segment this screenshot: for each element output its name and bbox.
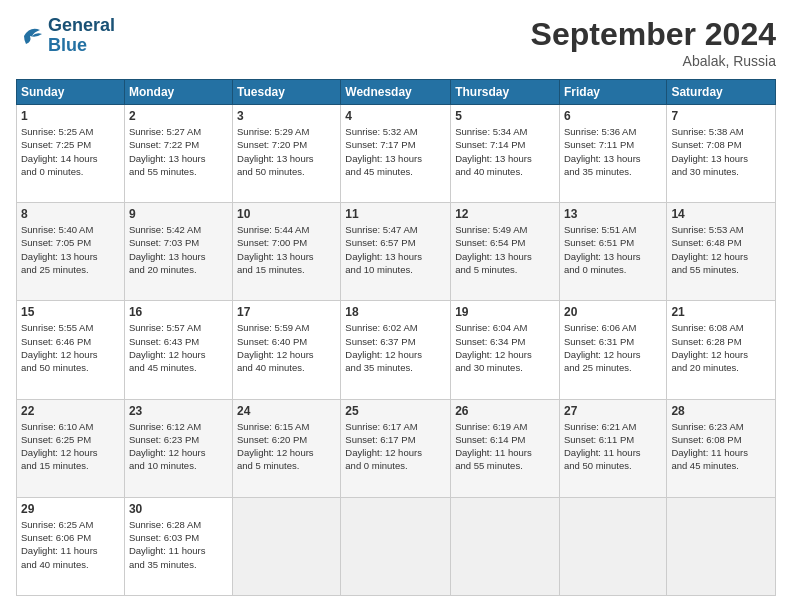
day-number: 22 [21, 404, 120, 418]
day-info: Sunrise: 5:36 AM Sunset: 7:11 PM Dayligh… [564, 125, 662, 178]
day-number: 26 [455, 404, 555, 418]
day-info: Sunrise: 6:21 AM Sunset: 6:11 PM Dayligh… [564, 420, 662, 473]
table-row: 15Sunrise: 5:55 AM Sunset: 6:46 PM Dayli… [17, 301, 125, 399]
day-info: Sunrise: 6:17 AM Sunset: 6:17 PM Dayligh… [345, 420, 446, 473]
calendar-week-row: 29Sunrise: 6:25 AM Sunset: 6:06 PM Dayli… [17, 497, 776, 595]
day-number: 14 [671, 207, 771, 221]
day-info: Sunrise: 6:12 AM Sunset: 6:23 PM Dayligh… [129, 420, 228, 473]
table-row: 20Sunrise: 6:06 AM Sunset: 6:31 PM Dayli… [559, 301, 666, 399]
day-info: Sunrise: 5:25 AM Sunset: 7:25 PM Dayligh… [21, 125, 120, 178]
calendar-week-row: 15Sunrise: 5:55 AM Sunset: 6:46 PM Dayli… [17, 301, 776, 399]
header: General Blue September 2024 Abalak, Russ… [16, 16, 776, 69]
day-info: Sunrise: 5:29 AM Sunset: 7:20 PM Dayligh… [237, 125, 336, 178]
day-number: 11 [345, 207, 446, 221]
location: Abalak, Russia [531, 53, 776, 69]
day-info: Sunrise: 5:51 AM Sunset: 6:51 PM Dayligh… [564, 223, 662, 276]
table-row: 12Sunrise: 5:49 AM Sunset: 6:54 PM Dayli… [451, 203, 560, 301]
table-row [559, 497, 666, 595]
logo-text: General Blue [48, 16, 115, 56]
day-number: 28 [671, 404, 771, 418]
header-monday: Monday [124, 80, 232, 105]
day-info: Sunrise: 5:38 AM Sunset: 7:08 PM Dayligh… [671, 125, 771, 178]
day-number: 17 [237, 305, 336, 319]
table-row: 23Sunrise: 6:12 AM Sunset: 6:23 PM Dayli… [124, 399, 232, 497]
header-sunday: Sunday [17, 80, 125, 105]
day-number: 10 [237, 207, 336, 221]
calendar-week-row: 1Sunrise: 5:25 AM Sunset: 7:25 PM Daylig… [17, 105, 776, 203]
day-info: Sunrise: 6:25 AM Sunset: 6:06 PM Dayligh… [21, 518, 120, 571]
day-number: 13 [564, 207, 662, 221]
weekday-header-row: Sunday Monday Tuesday Wednesday Thursday… [17, 80, 776, 105]
day-number: 2 [129, 109, 228, 123]
table-row: 17Sunrise: 5:59 AM Sunset: 6:40 PM Dayli… [233, 301, 341, 399]
day-info: Sunrise: 5:55 AM Sunset: 6:46 PM Dayligh… [21, 321, 120, 374]
day-info: Sunrise: 6:15 AM Sunset: 6:20 PM Dayligh… [237, 420, 336, 473]
header-wednesday: Wednesday [341, 80, 451, 105]
calendar-table: Sunday Monday Tuesday Wednesday Thursday… [16, 79, 776, 596]
day-number: 29 [21, 502, 120, 516]
day-number: 12 [455, 207, 555, 221]
month-title: September 2024 [531, 16, 776, 53]
day-number: 18 [345, 305, 446, 319]
day-number: 23 [129, 404, 228, 418]
table-row [233, 497, 341, 595]
table-row [451, 497, 560, 595]
table-row: 25Sunrise: 6:17 AM Sunset: 6:17 PM Dayli… [341, 399, 451, 497]
table-row: 11Sunrise: 5:47 AM Sunset: 6:57 PM Dayli… [341, 203, 451, 301]
table-row: 24Sunrise: 6:15 AM Sunset: 6:20 PM Dayli… [233, 399, 341, 497]
table-row: 9Sunrise: 5:42 AM Sunset: 7:03 PM Daylig… [124, 203, 232, 301]
table-row: 18Sunrise: 6:02 AM Sunset: 6:37 PM Dayli… [341, 301, 451, 399]
day-info: Sunrise: 6:08 AM Sunset: 6:28 PM Dayligh… [671, 321, 771, 374]
table-row: 16Sunrise: 5:57 AM Sunset: 6:43 PM Dayli… [124, 301, 232, 399]
day-info: Sunrise: 6:28 AM Sunset: 6:03 PM Dayligh… [129, 518, 228, 571]
table-row [341, 497, 451, 595]
day-info: Sunrise: 6:04 AM Sunset: 6:34 PM Dayligh… [455, 321, 555, 374]
day-number: 1 [21, 109, 120, 123]
day-info: Sunrise: 5:53 AM Sunset: 6:48 PM Dayligh… [671, 223, 771, 276]
day-info: Sunrise: 5:42 AM Sunset: 7:03 PM Dayligh… [129, 223, 228, 276]
table-row: 22Sunrise: 6:10 AM Sunset: 6:25 PM Dayli… [17, 399, 125, 497]
day-number: 7 [671, 109, 771, 123]
day-info: Sunrise: 5:57 AM Sunset: 6:43 PM Dayligh… [129, 321, 228, 374]
table-row: 4Sunrise: 5:32 AM Sunset: 7:17 PM Daylig… [341, 105, 451, 203]
day-number: 25 [345, 404, 446, 418]
day-number: 6 [564, 109, 662, 123]
table-row: 30Sunrise: 6:28 AM Sunset: 6:03 PM Dayli… [124, 497, 232, 595]
calendar-page: General Blue September 2024 Abalak, Russ… [0, 0, 792, 612]
table-row [667, 497, 776, 595]
table-row: 27Sunrise: 6:21 AM Sunset: 6:11 PM Dayli… [559, 399, 666, 497]
table-row: 19Sunrise: 6:04 AM Sunset: 6:34 PM Dayli… [451, 301, 560, 399]
day-info: Sunrise: 6:06 AM Sunset: 6:31 PM Dayligh… [564, 321, 662, 374]
day-number: 30 [129, 502, 228, 516]
table-row: 6Sunrise: 5:36 AM Sunset: 7:11 PM Daylig… [559, 105, 666, 203]
day-number: 20 [564, 305, 662, 319]
day-number: 19 [455, 305, 555, 319]
table-row: 21Sunrise: 6:08 AM Sunset: 6:28 PM Dayli… [667, 301, 776, 399]
day-number: 24 [237, 404, 336, 418]
day-number: 15 [21, 305, 120, 319]
table-row: 7Sunrise: 5:38 AM Sunset: 7:08 PM Daylig… [667, 105, 776, 203]
day-info: Sunrise: 6:02 AM Sunset: 6:37 PM Dayligh… [345, 321, 446, 374]
title-block: September 2024 Abalak, Russia [531, 16, 776, 69]
header-saturday: Saturday [667, 80, 776, 105]
table-row: 13Sunrise: 5:51 AM Sunset: 6:51 PM Dayli… [559, 203, 666, 301]
day-info: Sunrise: 6:19 AM Sunset: 6:14 PM Dayligh… [455, 420, 555, 473]
logo: General Blue [16, 16, 115, 56]
day-info: Sunrise: 5:40 AM Sunset: 7:05 PM Dayligh… [21, 223, 120, 276]
day-info: Sunrise: 5:49 AM Sunset: 6:54 PM Dayligh… [455, 223, 555, 276]
day-info: Sunrise: 5:44 AM Sunset: 7:00 PM Dayligh… [237, 223, 336, 276]
day-info: Sunrise: 5:34 AM Sunset: 7:14 PM Dayligh… [455, 125, 555, 178]
day-number: 9 [129, 207, 228, 221]
calendar-week-row: 8Sunrise: 5:40 AM Sunset: 7:05 PM Daylig… [17, 203, 776, 301]
day-number: 4 [345, 109, 446, 123]
logo-icon [16, 22, 44, 50]
table-row: 29Sunrise: 6:25 AM Sunset: 6:06 PM Dayli… [17, 497, 125, 595]
calendar-week-row: 22Sunrise: 6:10 AM Sunset: 6:25 PM Dayli… [17, 399, 776, 497]
table-row: 26Sunrise: 6:19 AM Sunset: 6:14 PM Dayli… [451, 399, 560, 497]
table-row: 10Sunrise: 5:44 AM Sunset: 7:00 PM Dayli… [233, 203, 341, 301]
day-info: Sunrise: 6:10 AM Sunset: 6:25 PM Dayligh… [21, 420, 120, 473]
table-row: 1Sunrise: 5:25 AM Sunset: 7:25 PM Daylig… [17, 105, 125, 203]
day-number: 21 [671, 305, 771, 319]
day-info: Sunrise: 6:23 AM Sunset: 6:08 PM Dayligh… [671, 420, 771, 473]
table-row: 28Sunrise: 6:23 AM Sunset: 6:08 PM Dayli… [667, 399, 776, 497]
